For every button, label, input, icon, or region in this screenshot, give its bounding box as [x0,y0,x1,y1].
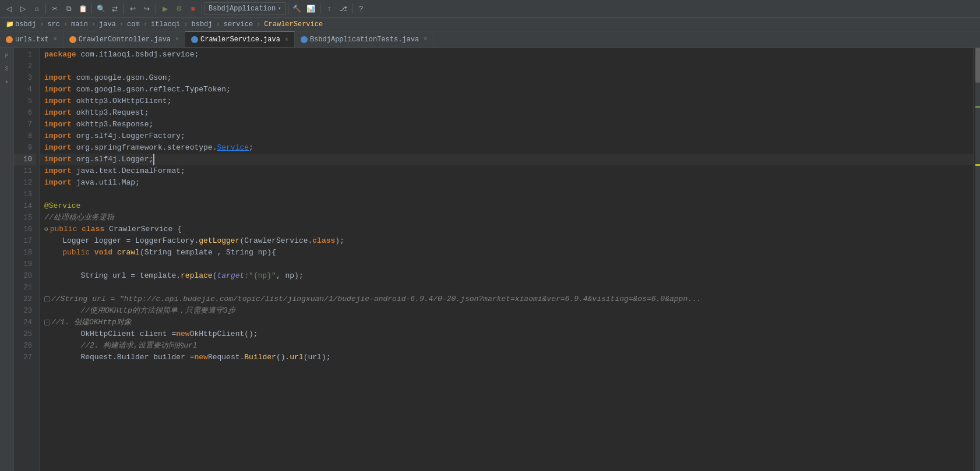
code-27c: (). [276,352,290,363]
code-27b: Request. [208,352,244,363]
toolbar-debug-btn[interactable]: ⚙ [172,2,185,15]
classname-16: CrawlerService { [109,224,182,235]
code-line-19 [40,258,973,270]
code-line-9: import org.springframework.stereotype.Se… [40,142,973,154]
breadcrumb-src[interactable]: src [45,20,62,29]
code-line-17: Logger logger = LoggerFactory.getLogger(… [40,235,973,247]
code-line-26: //2. 构建请求,设置要访问的url [40,340,973,352]
method-url: url [290,352,303,363]
toolbar-find-btn[interactable]: 🔍 [94,2,107,15]
tab-label-service: CrawlerService.java [200,36,280,44]
line-num-8: 8 [14,130,36,142]
breadcrumb-itlaoqi[interactable]: itlaoqi [149,20,182,29]
breadcrumb-main[interactable]: main [69,20,90,29]
toolbar-undo-btn[interactable]: ↩ [126,2,139,15]
kw-import-8: import [44,130,72,142]
import-10: org.slf4j.Logger [76,154,149,165]
import-3: com.google.gson.Gson; [76,72,172,84]
code-line-15: //处理核心业务逻辑 [40,212,973,224]
code-line-27: Request.Builder builder = new Request.Bu… [40,352,973,363]
line-numbers: 1 2 3 4 5 6 7 8 9 10 11 12 13 14 15 16 1… [14,48,40,471]
separator-3 [124,3,124,14]
code-17b: (CrawlerService. [239,235,312,247]
fold-icon-24[interactable]: - [44,320,50,325]
tab-icon-tests [301,36,308,43]
tab-crawlerservice[interactable]: CrawlerService.java × [185,31,295,47]
sep: › [40,20,44,29]
line-num-21: 21 [14,282,36,293]
toolbar-profile-btn[interactable]: 📊 [305,2,318,15]
toolbar-git-btn[interactable]: ⎇ [337,2,350,15]
comment-15: //处理核心业务逻辑 [44,212,114,224]
kw-import-7: import [44,119,72,130]
structure-icon[interactable]: S [1,63,13,75]
method-getlogger: getLogger [199,235,239,247]
scroll-thumb[interactable] [975,48,980,83]
tab-crawlercontroller[interactable]: CrawlerController.java × [64,31,185,47]
breadcrumb-bsbdj2[interactable]: bsbdj [189,20,215,29]
code-line-21 [40,282,973,293]
kw-new-27: new [194,352,207,363]
sep8: › [256,20,260,29]
breadcrumb-com[interactable]: com [125,20,142,29]
tab-close-controller[interactable]: × [175,36,179,43]
breadcrumb-bsbdj2-label: bsbdj [192,20,213,29]
separator-1 [45,3,46,14]
line-num-14: 14 [14,200,36,212]
code-20a: String url = template. [80,270,181,282]
toolbar-back-btn[interactable]: ◁ [2,2,15,15]
favorites-icon[interactable]: ★ [1,76,13,87]
fold-icon-22[interactable]: - [44,296,50,302]
breadcrumb-java[interactable]: java [97,20,118,29]
type-logger: Logger logger = LoggerFactory. [62,235,199,247]
line-num-27: 27 [14,352,36,363]
code-line-16: ⚙public class CrawlerService { [40,224,973,235]
breadcrumb-crawlerservice[interactable]: CrawlerService [262,20,325,29]
toolbar-home-btn[interactable]: ⌂ [30,2,43,15]
code-line-12: import java.util.Map; [40,177,973,189]
import-12: java.util.Map; [76,177,140,189]
toolbar-copy-btn[interactable]: ⧉ [62,2,75,15]
class-icon-16: ⚙ [44,224,48,235]
str-np: "{np}" [249,270,276,282]
breadcrumb-java-label: java [99,20,116,29]
toolbar-replace-btn[interactable]: ⇄ [108,2,121,15]
line-num-20: 20 [14,270,36,282]
param-hint-target: target: [217,270,249,282]
text-cursor: ; [149,154,154,165]
toolbar-help-btn[interactable]: ? [355,2,368,15]
tab-bsbdj-tests[interactable]: BsbdjApplicationTests.java × [295,31,433,47]
code-line-2 [40,61,973,72]
tab-urls-txt[interactable]: urls.txt × [0,31,64,47]
separator-5 [202,3,202,14]
import-5: okhttp3.OkHttpClient; [76,95,172,107]
toolbar-stop-btn[interactable]: ■ [186,2,199,15]
kw-import-6: import [44,107,72,119]
tab-close-tests[interactable]: × [424,36,427,43]
breadcrumb-service[interactable]: service [221,20,255,29]
line-num-5: 5 [14,95,36,107]
sep3: › [91,20,96,29]
toolbar-redo-btn[interactable]: ↪ [140,2,153,15]
tab-label-urls: urls.txt [15,36,49,44]
toolbar-cut-btn[interactable]: ✂ [48,2,61,15]
import-9b: ; [249,142,253,154]
code-25b: OkHttpClient(); [190,328,258,340]
code-line-4: import com.google.gson.reflect.TypeToken… [40,84,973,95]
tab-icon-urls [6,36,13,43]
tab-close-urls[interactable]: × [54,36,57,43]
code-editor[interactable]: package com.itlaoqi.bsbdj.service; impor… [40,48,973,471]
toolbar-run-btn[interactable]: ▶ [158,2,171,15]
breadcrumb-bsbdj[interactable]: 📁 bsbdj [3,20,38,29]
app-dropdown[interactable]: BsbdjApplication ▾ [205,2,285,15]
code-line-23: //使用OKHttp的方法很简单，只需要遵守3步 [40,305,973,317]
tab-close-service[interactable]: × [285,37,288,43]
toolbar-build-btn[interactable]: 🔨 [291,2,304,15]
project-icon[interactable]: P [1,50,13,62]
code-line-5: import okhttp3.OkHttpClient; [40,95,973,107]
line-num-24: 24 [14,317,36,328]
toolbar-forward-btn[interactable]: ▷ [16,2,29,15]
toolbar-paste-btn[interactable]: 📋 [76,2,89,15]
toolbar-vcs-btn[interactable]: ↑ [323,2,336,15]
line-num-3: 3 [14,72,36,84]
